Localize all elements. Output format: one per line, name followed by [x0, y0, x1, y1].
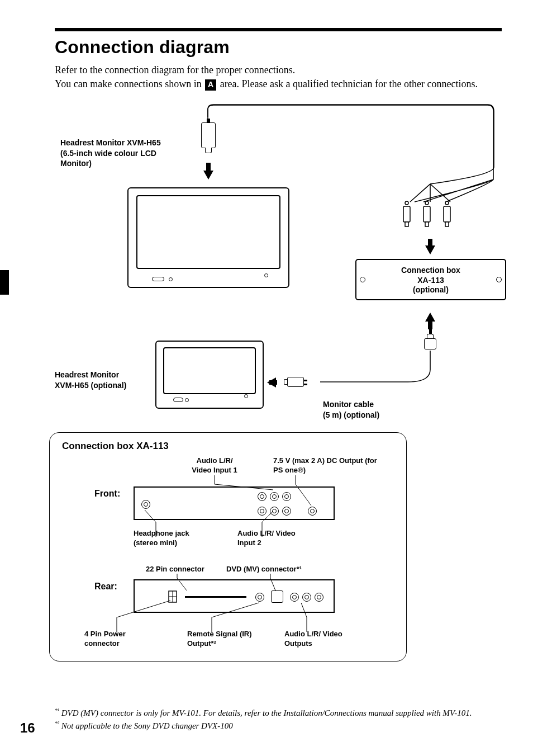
label-pin4: 4 Pin Power connector: [84, 630, 146, 649]
top-rule: [55, 28, 502, 31]
monitor-optional: [155, 341, 264, 409]
section-title: Connection diagram: [55, 37, 502, 58]
intro-line-2a: You can make connections shown in: [55, 78, 204, 89]
footnote-2-marker: *²: [55, 720, 59, 726]
footnote-1-marker: *¹: [55, 707, 59, 714]
footnotes: *¹ DVD (MV) connector is only for MV-101…: [55, 707, 502, 733]
page-edge-tab: [0, 270, 9, 295]
monitor-optional-screen: [163, 347, 256, 394]
monitor-cable-line2: (5 m) (optional): [323, 410, 379, 419]
intro-line-1: Refer to the connection diagram for the …: [55, 64, 295, 75]
footnote-1-text: DVD (MV) connector is only for MV-101. F…: [59, 708, 472, 717]
manual-page: 16 Connection diagram Refer to the conne…: [0, 0, 533, 756]
cable-path-monitor2: [55, 107, 502, 442]
area-marker-a: A: [205, 79, 216, 91]
monitor-cable-line1: Monitor cable: [323, 400, 374, 409]
label-headrest-optional: Headrest Monitor XVM-H65 (optional): [55, 370, 139, 390]
monitor-optional-ports: [156, 394, 263, 404]
plug-horizontal-icon: [284, 377, 304, 387]
page-number: 16: [20, 720, 35, 736]
xa113-panel: Connection box XA-113 Front: Audio L/R/ …: [49, 432, 407, 662]
arrow-left-1: [267, 377, 276, 388]
label-remote-ir: Remote Signal (IR) Output*²: [187, 630, 260, 649]
intro-text: Refer to the connection diagram for the …: [55, 63, 502, 91]
intro-line-2b: area. Please ask a qualified technician …: [217, 78, 478, 89]
footnote-2-text: Not applicable to the Sony DVD changer D…: [59, 721, 233, 730]
label-monitor-cable: Monitor cable (5 m) (optional): [323, 399, 379, 419]
front-lead-lines: [50, 433, 407, 545]
label-audio-out: Audio L/R/ Video Outputs: [284, 630, 351, 649]
connection-diagram: Headrest Monitor XVM-H65 (6.5-inch wide …: [55, 107, 502, 666]
